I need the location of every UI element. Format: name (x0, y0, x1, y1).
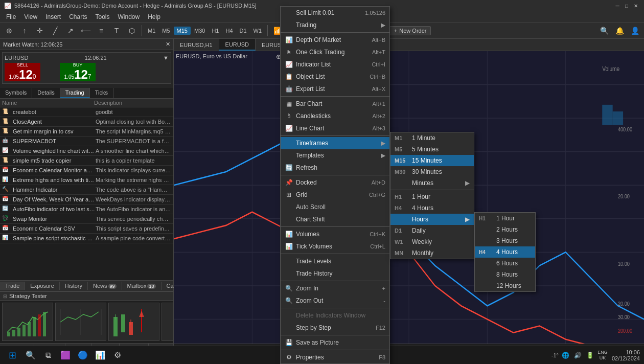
tab-details[interactable]: Details (32, 88, 60, 98)
ctx-zoom-in[interactable]: 🔍 Zoom In + (281, 282, 389, 294)
list-item[interactable]: 📈Volume weighted line chart with sm...A … (0, 146, 173, 156)
ctx-line-chart[interactable]: 📈 Line Chart Alt+3 (281, 122, 389, 134)
ctx-tick-volumes[interactable]: 📊 Tick Volumes Ctrl+L (281, 240, 389, 253)
ctx-bar-chart[interactable]: ▦ Bar Chart Alt+1 (281, 98, 389, 110)
ctx-volumes[interactable]: 📊 Volumes Ctrl+K (281, 228, 389, 240)
close-button[interactable]: ✕ (632, 2, 640, 10)
chart-tab-eurusd-m15[interactable]: EURUSD (219, 39, 256, 51)
tf-w1[interactable]: W1 (250, 27, 265, 35)
ctx-save-picture[interactable]: 💾 Save as Picture (281, 336, 389, 349)
list-item[interactable]: 📅Day Of Week, Week Of Year and ot...Week… (0, 195, 173, 204)
tab-history[interactable]: History (60, 282, 88, 290)
maximize-button[interactable]: □ (623, 2, 631, 10)
minimize-button[interactable]: ─ (613, 2, 622, 10)
ctx-templates[interactable]: Templates ▶ (281, 149, 389, 162)
market-watch-close[interactable]: ✕ (166, 41, 170, 48)
list-item[interactable]: 📅Economic Calendar CSVThis script saves … (0, 224, 173, 234)
list-item[interactable]: 📊Extreme highs and lows with tick pri...… (0, 175, 173, 185)
toolbar-btn-text[interactable]: T (109, 24, 124, 38)
menu-charts[interactable]: Charts (65, 12, 91, 21)
systray-network[interactable]: 🌐 (561, 350, 571, 360)
tf-h1[interactable]: H1 (209, 27, 222, 35)
tab-exposure[interactable]: Exposure (25, 282, 59, 290)
toolbar-btn-crosshair[interactable]: ✛ (33, 24, 47, 38)
chart-tab-eurusd-h1[interactable]: EURUSD,H1 (174, 39, 219, 51)
ctx-candlesticks[interactable]: 🕯 Candlesticks Alt+2 (281, 110, 389, 122)
ctx-zoom-out[interactable]: 🔍 Zoom Out - (281, 294, 389, 307)
new-order-button[interactable]: + New Order (389, 26, 431, 35)
menu-help[interactable]: Help (144, 12, 165, 21)
menu-file[interactable]: File (2, 12, 20, 21)
tf-m1[interactable]: M1 (145, 27, 158, 35)
list-item[interactable]: 📅Economic Calendar Monitor and Cac...Thi… (0, 166, 173, 175)
taskbar-clock[interactable]: 10:06 02/12/2024 (612, 349, 640, 361)
tab-ticks[interactable]: Ticks (90, 88, 113, 98)
chart-area[interactable]: Volume 400.00 20.00 10.00 2 Dec 02:00 2 … (174, 51, 644, 353)
list-item[interactable]: 🔨Hammer IndicatorThe code above is a "Ha… (0, 185, 173, 195)
tf-m15[interactable]: M15 (174, 27, 191, 35)
ctx-timeframes[interactable]: Timeframes ▶ (281, 137, 389, 149)
tf-m30[interactable]: M30 (191, 27, 208, 35)
ctx-expert-list[interactable]: 🤖 Expert List Alt+X (281, 83, 389, 95)
menu-insert[interactable]: Insert (41, 12, 65, 21)
tab-trading[interactable]: Trading (60, 88, 90, 98)
menu-window[interactable]: Window (114, 12, 144, 21)
list-item[interactable]: 💱Swap MonitorThis service periodically c… (0, 214, 173, 224)
tab-trade[interactable]: Trade (0, 282, 25, 290)
toolbar-alerts[interactable]: 🔔 (612, 24, 627, 38)
list-item[interactable]: 📜createbotgoodbt (0, 107, 173, 117)
tf-h4[interactable]: H4 (222, 27, 236, 35)
ctx-trade-history[interactable]: Trade History (281, 267, 389, 280)
title-bar-controls[interactable]: ─ □ ✕ (613, 2, 640, 10)
menu-tools[interactable]: Tools (91, 12, 114, 21)
ctx-sell-limit[interactable]: Sell Limit 0.01 1.05126 (281, 7, 389, 19)
taskbar-taskview[interactable]: ⧉ (40, 348, 56, 362)
toolbar-btn-6[interactable]: ⟵ (79, 24, 93, 38)
list-item[interactable]: 📜Get min margin in to csvThe script MinM… (0, 127, 173, 136)
systray-sound[interactable]: 🔊 (573, 350, 583, 360)
ctx-properties[interactable]: ⚙ Properties F8 (281, 351, 389, 363)
systray-eng[interactable]: ENGUK (597, 350, 608, 360)
taskbar-app2[interactable]: ⚙ (109, 348, 126, 362)
taskbar-teams2[interactable]: 🔵 (75, 348, 91, 362)
toolbar-btn-1[interactable]: ⊕ (2, 24, 16, 38)
tab-symbols[interactable]: Symbols (0, 88, 32, 98)
systray-battery[interactable]: 🔋 (585, 350, 595, 360)
ctx-trading[interactable]: Trading ▶ (281, 19, 389, 31)
list-item[interactable]: 🔄AutoFibo indicator of two last swing...… (0, 204, 173, 214)
ctx-indicator-list[interactable]: 📈 Indicator List Ctrl+I (281, 58, 389, 71)
ctx-auto-scroll[interactable]: Auto Scroll (281, 201, 389, 213)
toolbar-search[interactable]: 🔍 (597, 24, 611, 38)
list-item[interactable]: 🤖SUPERMACBOTThe SUPERMACBOT is a fully a… (0, 136, 173, 146)
ctx-depth-market[interactable]: 📊 Depth Of Market Alt+B (281, 34, 389, 46)
toolbar-btn-5[interactable]: ↗ (63, 24, 78, 38)
tf-d1[interactable]: D1 (237, 27, 250, 35)
ctx-one-click[interactable]: 🖱 One Click Trading Alt+T (281, 46, 389, 58)
eurusd-chevron[interactable]: ▼ (163, 55, 169, 61)
toolbar-btn-draw[interactable]: ╱ (48, 24, 62, 38)
ctx-docked[interactable]: 📌 Docked Alt+D (281, 176, 389, 189)
start-button[interactable]: ⊞ (4, 348, 20, 362)
toolbar-btn-7[interactable]: ≡ (94, 24, 108, 38)
ctx-chart-shift[interactable]: Chart Shift (281, 213, 389, 225)
toolbar-btn-2[interactable]: ↑ (17, 24, 32, 38)
taskbar-search[interactable]: 🔍 (22, 348, 39, 362)
ctx-grid[interactable]: ⊞ Grid Ctrl+G (281, 189, 389, 201)
ctx-step-by-step[interactable]: Step by Step F12 (281, 322, 389, 334)
taskbar-app1[interactable]: 📊 (92, 348, 108, 362)
menu-view[interactable]: View (20, 12, 41, 21)
main-context-menu[interactable]: Sell Limit 0.01 1.05126 Trading ▶ 📊 Dept… (280, 6, 390, 364)
ctx-object-list[interactable]: 📋 Object List Ctrl+B (281, 71, 389, 83)
ctx-trade-levels[interactable]: Trade Levels (281, 255, 389, 267)
tf-m5[interactable]: M5 (159, 27, 173, 35)
tab-news[interactable]: News99 (88, 282, 122, 290)
list-item[interactable]: 📊Sample pine script stochastic divers...… (0, 234, 173, 243)
sell-button[interactable]: SELL 1.05 12 0 (5, 63, 40, 81)
ctx-refresh[interactable]: 🔄 Refresh (281, 162, 389, 174)
toolbar-btn-shapes[interactable]: ⬡ (125, 24, 139, 38)
list-item[interactable]: 📜simple mt5 trade copierthis is a copier… (0, 156, 173, 166)
buy-button[interactable]: BUY 1.05 12 7 (60, 63, 96, 81)
toolbar-profile[interactable]: 👤 (628, 24, 642, 38)
list-item[interactable]: 📜CloseAgentOptimal closing tool with Bol… (0, 117, 173, 127)
taskbar-teams[interactable]: 🟪 (57, 348, 74, 362)
